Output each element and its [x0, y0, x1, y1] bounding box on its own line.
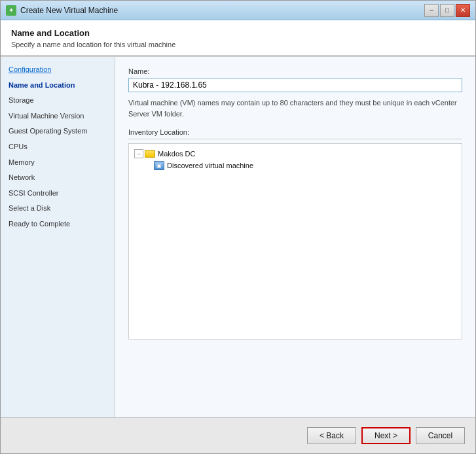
inventory-tree: – Makdos DC ▣ Discovered virtual machine	[128, 143, 462, 340]
tree-node-discovered[interactable]: ▣ Discovered virtual machine	[151, 160, 459, 171]
vm-name-help-text: Virtual machine (VM) names may contain u…	[128, 97, 462, 119]
window-icon: ✦	[6, 5, 16, 16]
tree-child-container: ▣ Discovered virtual machine	[151, 160, 459, 171]
tree-root-label: Makdos DC	[158, 150, 195, 158]
close-button[interactable]: ✕	[456, 4, 470, 17]
sidebar-item-ready-to-complete[interactable]: Ready to Complete	[1, 217, 115, 232]
sidebar-item-scsi-controller[interactable]: SCSI Controller	[1, 186, 115, 201]
sidebar-item-configuration[interactable]: Configuration	[1, 62, 115, 78]
inventory-location-label: Inventory Location:	[128, 128, 462, 139]
minimize-button[interactable]: –	[424, 4, 439, 17]
sidebar-item-name-and-location[interactable]: Name and Location	[1, 78, 115, 94]
maximize-button[interactable]: □	[440, 4, 454, 17]
vm-icon: ▣	[154, 161, 164, 170]
sidebar-item-memory[interactable]: Memory	[1, 155, 115, 171]
title-bar: ✦ Create New Virtual Machine – □ ✕	[1, 1, 475, 20]
back-button[interactable]: < Back	[307, 427, 356, 444]
header-subtitle: Specify a name and location for this vir…	[11, 41, 465, 48]
tree-child-label: Discovered virtual machine	[167, 162, 253, 169]
name-field-label: Name:	[128, 67, 462, 75]
header-title: Name and Location	[11, 28, 465, 38]
title-bar-controls: – □ ✕	[424, 4, 470, 17]
sidebar-item-network[interactable]: Network	[1, 170, 115, 186]
sidebar: Configuration Name and Location Storage …	[1, 57, 115, 417]
folder-icon	[145, 150, 155, 158]
sidebar-item-storage[interactable]: Storage	[1, 93, 115, 109]
main-content: Name: Virtual machine (VM) names may con…	[115, 57, 475, 417]
title-bar-left: ✦ Create New Virtual Machine	[6, 5, 118, 16]
next-button[interactable]: Next >	[361, 427, 411, 444]
cancel-button[interactable]: Cancel	[416, 427, 465, 444]
sidebar-item-cpus[interactable]: CPUs	[1, 139, 115, 155]
vm-name-input[interactable]	[128, 78, 462, 92]
sidebar-item-virtual-machine-version[interactable]: Virtual Machine Version	[1, 109, 115, 124]
tree-expand-root[interactable]: –	[134, 149, 143, 158]
footer: < Back Next > Cancel	[1, 417, 475, 453]
header-section: Name and Location Specify a name and loc…	[1, 20, 475, 56]
tree-node-root[interactable]: – Makdos DC	[132, 148, 459, 160]
create-vm-window: ✦ Create New Virtual Machine – □ ✕ Name …	[0, 0, 476, 454]
content-area: Configuration Name and Location Storage …	[1, 56, 475, 417]
sidebar-item-guest-operating-system[interactable]: Guest Operating System	[1, 124, 115, 139]
window-title: Create New Virtual Machine	[20, 6, 118, 15]
sidebar-item-select-a-disk[interactable]: Select a Disk	[1, 201, 115, 217]
